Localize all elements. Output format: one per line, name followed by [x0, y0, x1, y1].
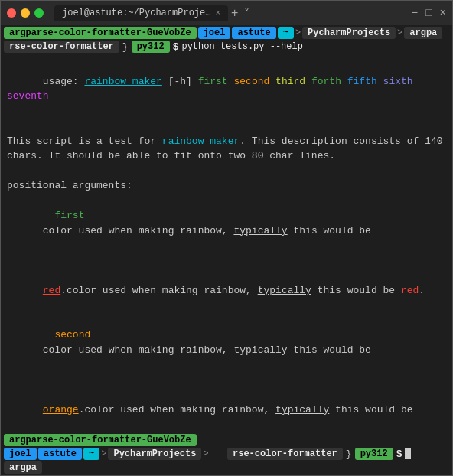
window-restore-icon[interactable]: □ [425, 7, 432, 19]
terminal-window: joel@astute:~/PycharmProje… × + ˅ − □ × … [0, 0, 453, 476]
bottom-chip-py312: py312 [355, 448, 393, 460]
terminal-output[interactable]: usage: rainbow_maker [-h] first second t… [1, 54, 452, 432]
arg-fifth: fifth [347, 76, 377, 87]
arg-desc-first-1: color used when making rainbow, typicall… [43, 225, 371, 236]
prompt-brace-icon: } [122, 41, 129, 53]
arg-row-second-1: second color used when making rainbow, t… [7, 313, 446, 373]
arg-seventh: seventh [7, 90, 49, 102]
close-button[interactable] [7, 8, 16, 18]
positional-header: positional arguments: [7, 178, 446, 194]
blank-line-1 [7, 119, 446, 134]
arrow-icon-2: > [397, 28, 402, 38]
bottom-chip-repo: argparse-color-formatter-GueVobZe [4, 434, 197, 446]
typically-2: typically [258, 285, 311, 296]
minimize-button[interactable] [21, 8, 30, 18]
desc-second-cont: .color used when making rainbow, typical… [79, 404, 413, 416]
prompt-chips-row: argparse-color-formatter-GueVobZe joel a… [4, 27, 449, 39]
arg-row-first-2: red.color used when making rainbow, typi… [7, 253, 446, 313]
sp3 [305, 76, 311, 87]
arg-second: second [233, 76, 269, 87]
bottom-chip-formatter: rse-color-formatter [227, 448, 343, 460]
typically-1: typically [233, 225, 287, 236]
terminal-command: python tests.py --help [181, 41, 302, 52]
arg-third: third [275, 76, 305, 87]
bottom-chip-user: joel [4, 448, 37, 460]
bottom-chip-home: ~ [83, 448, 99, 460]
chip-py312: py312 [132, 41, 170, 53]
rainbow-maker-link: rainbow_maker [84, 76, 161, 87]
usage-line: usage: rainbow_maker [-h] first second t… [7, 59, 446, 119]
arg-row-first-1: first color used when making rainbow, ty… [7, 194, 446, 253]
top-prompt-bar: argparse-color-formatter-GueVobZe joel a… [1, 25, 452, 54]
maximize-button[interactable] [34, 8, 44, 18]
new-tab-button[interactable]: + [231, 6, 238, 20]
window-controls [7, 8, 44, 18]
arg-sixth: sixth [383, 76, 413, 87]
blank-line-2 [7, 164, 446, 179]
tab-close-icon[interactable]: × [215, 8, 220, 18]
desc-rainbow-link: rainbow_maker [162, 135, 240, 147]
window-minimize-icon[interactable]: − [412, 7, 418, 19]
chip-host: astute [232, 27, 275, 39]
desc-line2: chars. It should be able to fit onto two… [7, 148, 446, 164]
arrow-icon-1: > [295, 28, 301, 38]
sp4 [341, 76, 347, 87]
chip-user: joel [198, 27, 231, 39]
color-red-1: red [43, 285, 60, 296]
title-bar: joel@astute:~/PycharmProje… × + ˅ − □ × [1, 1, 452, 25]
arg-desc-second-1: color used when making rainbow, typicall… [43, 344, 371, 356]
window-close-icon[interactable]: × [440, 7, 446, 19]
sp5 [377, 76, 383, 87]
bottom-dollar-sign: $ [396, 448, 402, 460]
window-action-buttons: − □ × [412, 7, 446, 19]
tab-chevron-icon: ˅ [244, 7, 249, 20]
bottom-chip-argpa: argpa [4, 461, 42, 474]
bottom-chip-projects: PycharmProjects [108, 448, 201, 460]
bottom-chips-row: argparse-color-formatter-GueVobZe joel a… [4, 434, 226, 474]
tab-label: joel@astute:~/PycharmProje… [62, 8, 210, 18]
bottom-prompt-bar: argparse-color-formatter-GueVobZe joel a… [1, 432, 452, 475]
prompt-cmd-row: rse-color-formatter } py312 $ python tes… [4, 41, 449, 53]
bottom-arrow-1: > [101, 448, 106, 459]
bottom-cmd-row: rse-color-formatter } py312 $ [227, 448, 449, 460]
arg-name-first: first [43, 208, 96, 223]
desc-first-dot: . [419, 285, 425, 296]
arg-forth: forth [311, 76, 341, 87]
sp2 [269, 76, 275, 87]
chip-projects: PycharmProjects [302, 27, 396, 39]
sp6 [413, 76, 419, 87]
bottom-chip-host: astute [38, 448, 82, 460]
typically-3: typically [233, 344, 287, 356]
bottom-brace-icon: } [346, 448, 352, 460]
arg-row-second-2: orange.color used when making rainbow, t… [7, 373, 446, 432]
desc-line1: This script is a test for rainbow_maker.… [7, 134, 446, 149]
cursor-block [405, 448, 411, 459]
bottom-arrow-2: > [203, 448, 208, 459]
dollar-sign: $ [173, 41, 179, 53]
typically-4: typically [275, 404, 329, 416]
desc-first-cont1: .color used when making rainbow, typical… [60, 285, 401, 296]
chip-argpa: argpa [404, 27, 442, 39]
tab-area: joel@astute:~/PycharmProje… × + ˅ [54, 5, 407, 21]
color-orange-1: orange [43, 404, 79, 416]
chip-formatter: rse-color-formatter [4, 41, 119, 53]
arg-name-second: second [43, 328, 96, 343]
chip-repo: argparse-color-formatter-GueVobZe [4, 27, 197, 39]
color-red-2: red [401, 285, 419, 296]
arg-first: first [198, 76, 228, 87]
usage-text: usage: [43, 76, 85, 87]
chip-home: ~ [278, 27, 294, 39]
usage-flags: [-h] [162, 76, 198, 87]
active-tab[interactable]: joel@astute:~/PycharmProje… × [54, 5, 228, 21]
